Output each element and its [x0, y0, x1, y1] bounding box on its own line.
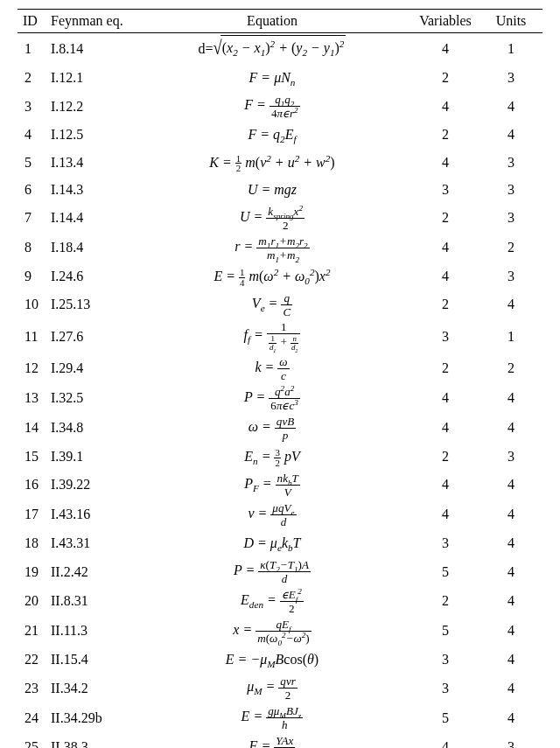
cell-id: 5	[18, 149, 49, 176]
cell-units: 4	[480, 529, 542, 556]
cell-variables: 4	[411, 233, 480, 262]
cell-variables: 4	[411, 732, 480, 748]
cell-feynman-eq: I.34.8	[49, 413, 133, 443]
cell-feynman-eq: II.15.4	[49, 646, 133, 673]
cell-feynman-eq: I.14.4	[49, 203, 133, 233]
cell-variables: 4	[411, 500, 480, 529]
cell-feynman-eq: I.12.5	[49, 121, 133, 148]
cell-units: 4	[480, 383, 542, 413]
cell-id: 3	[18, 91, 49, 121]
table-row: 7 I.14.4 U = kspringx22 2 3	[18, 203, 542, 233]
table-row: 1 I.8.14 d=√(x2 − x1)2 + (y2 − y1)2 4 1	[18, 33, 542, 65]
cell-equation: F = q1q24πϵr2	[133, 91, 411, 121]
table-row: 18 I.43.31 D = μekbT 3 4	[18, 529, 542, 556]
cell-id: 13	[18, 383, 49, 413]
cell-id: 21	[18, 616, 49, 646]
cell-variables: 3	[411, 673, 480, 703]
cell-feynman-eq: II.38.3	[49, 732, 133, 748]
table-row: 14 I.34.8 ω = qvBp 4 4	[18, 413, 542, 443]
cell-variables: 4	[411, 383, 480, 413]
table-row: 15 I.39.1 En = 32 pV 2 3	[18, 443, 542, 470]
cell-feynman-eq: II.11.3	[49, 616, 133, 646]
cell-variables: 2	[411, 290, 480, 319]
cell-id: 22	[18, 646, 49, 673]
cell-variables: 2	[411, 121, 480, 148]
cell-units: 2	[480, 233, 542, 262]
cell-id: 16	[18, 470, 49, 500]
table-row: 22 II.15.4 E = −μMBcos(θ) 3 4	[18, 646, 542, 673]
table-row: 4 I.12.5 F = q2Ef 2 4	[18, 121, 542, 148]
cell-id: 1	[18, 33, 49, 65]
cell-equation: Ve = qC	[133, 290, 411, 319]
cell-units: 4	[480, 673, 542, 703]
cell-units: 3	[480, 443, 542, 470]
cell-variables: 2	[411, 353, 480, 383]
table-row: 21 II.11.3 x = qEfm(ω02−ω2) 5 4	[18, 616, 542, 646]
cell-id: 15	[18, 443, 49, 470]
cell-equation: PF = nkbTV	[133, 470, 411, 500]
cell-feynman-eq: I.39.22	[49, 470, 133, 500]
cell-id: 18	[18, 529, 49, 556]
cell-feynman-eq: I.29.4	[49, 353, 133, 383]
header-id: ID	[18, 10, 49, 33]
cell-id: 2	[18, 64, 49, 91]
cell-id: 14	[18, 413, 49, 443]
cell-units: 3	[480, 176, 542, 203]
cell-equation: D = μekbT	[133, 529, 411, 556]
table-header-row: ID Feynman eq. Equation Variables Units	[18, 10, 542, 33]
cell-variables: 3	[411, 646, 480, 673]
cell-equation: P = q2a26πϵc3	[133, 383, 411, 413]
cell-equation: U = kspringx22	[133, 203, 411, 233]
cell-equation: v = μqVed	[133, 500, 411, 529]
cell-equation: F = q2Ef	[133, 121, 411, 148]
feynman-equations-table: ID Feynman eq. Equation Variables Units …	[18, 9, 542, 748]
cell-id: 23	[18, 673, 49, 703]
cell-id: 4	[18, 121, 49, 148]
cell-id: 9	[18, 262, 49, 290]
cell-feynman-eq: I.25.13	[49, 290, 133, 319]
cell-units: 3	[480, 149, 542, 176]
cell-equation: K = 12 m(v2 + u2 + w2)	[133, 149, 411, 176]
cell-feynman-eq: II.34.2	[49, 673, 133, 703]
cell-units: 1	[480, 319, 542, 353]
cell-feynman-eq: I.27.6	[49, 319, 133, 353]
cell-variables: 5	[411, 616, 480, 646]
table-row: 23 II.34.2 μM = qvr2 3 4	[18, 673, 542, 703]
header-variables: Variables	[411, 10, 480, 33]
cell-equation: U = mgz	[133, 176, 411, 203]
cell-equation: μM = qvr2	[133, 673, 411, 703]
cell-units: 4	[480, 121, 542, 148]
cell-units: 3	[480, 64, 542, 91]
cell-id: 25	[18, 732, 49, 748]
cell-equation: d=√(x2 − x1)2 + (y2 − y1)2	[133, 33, 411, 65]
cell-feynman-eq: II.8.31	[49, 586, 133, 616]
cell-variables: 2	[411, 443, 480, 470]
cell-feynman-eq: I.24.6	[49, 262, 133, 290]
cell-feynman-eq: I.43.16	[49, 500, 133, 529]
cell-equation: E = gμMBJzh	[133, 703, 411, 732]
cell-equation: r = m1r1+m2r2m1+m2	[133, 233, 411, 262]
cell-variables: 5	[411, 703, 480, 732]
cell-feynman-eq: II.2.42	[49, 556, 133, 586]
cell-variables: 2	[411, 64, 480, 91]
cell-id: 24	[18, 703, 49, 732]
cell-id: 20	[18, 586, 49, 616]
cell-variables: 4	[411, 91, 480, 121]
cell-variables: 4	[411, 262, 480, 290]
cell-equation: En = 32 pV	[133, 443, 411, 470]
cell-id: 12	[18, 353, 49, 383]
table-row: 9 I.24.6 E = 14 m(ω2 + ω02)x2 4 3	[18, 262, 542, 290]
table-row: 2 I.12.1 F = μNn 2 3	[18, 64, 542, 91]
cell-feynman-eq: I.39.1	[49, 443, 133, 470]
cell-variables: 4	[411, 149, 480, 176]
cell-equation: F = μNn	[133, 64, 411, 91]
cell-feynman-eq: I.13.4	[49, 149, 133, 176]
table-row: 12 I.29.4 k = ωc 2 2	[18, 353, 542, 383]
cell-units: 4	[480, 646, 542, 673]
cell-units: 1	[480, 33, 542, 65]
cell-units: 4	[480, 290, 542, 319]
cell-id: 11	[18, 319, 49, 353]
table-row: 16 I.39.22 PF = nkbTV 4 4	[18, 470, 542, 500]
cell-feynman-eq: I.12.1	[49, 64, 133, 91]
cell-equation: k = ωc	[133, 353, 411, 383]
